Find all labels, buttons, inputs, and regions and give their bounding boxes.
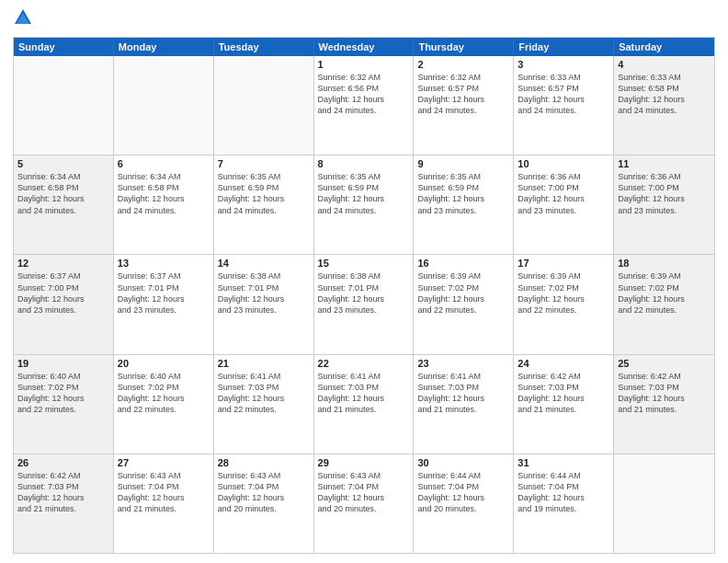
day-info: Sunrise: 6:41 AM Sunset: 7:03 PM Dayligh… xyxy=(318,371,410,416)
weekday-header: Monday xyxy=(114,38,214,56)
day-number: 23 xyxy=(417,358,509,369)
day-info: Sunrise: 6:41 AM Sunset: 7:03 PM Dayligh… xyxy=(417,371,509,416)
weekday-header: Friday xyxy=(514,38,614,56)
day-number: 8 xyxy=(318,158,410,169)
day-number: 2 xyxy=(417,59,509,70)
day-info: Sunrise: 6:38 AM Sunset: 7:01 PM Dayligh… xyxy=(218,270,310,316)
day-number: 11 xyxy=(618,158,711,169)
calendar-row: 26Sunrise: 6:42 AM Sunset: 7:03 PM Dayli… xyxy=(14,454,714,553)
calendar-day: 3Sunrise: 6:33 AM Sunset: 6:57 PM Daylig… xyxy=(514,56,614,155)
weekday-header: Sunday xyxy=(14,38,114,56)
calendar-row: 12Sunrise: 6:37 AM Sunset: 7:00 PM Dayli… xyxy=(14,254,714,353)
calendar-day: 17Sunrise: 6:39 AM Sunset: 7:02 PM Dayli… xyxy=(514,255,614,353)
calendar-day: 16Sunrise: 6:39 AM Sunset: 7:02 PM Dayli… xyxy=(414,255,514,353)
weekday-header: Tuesday xyxy=(214,38,314,56)
day-number: 26 xyxy=(17,457,109,468)
day-number: 13 xyxy=(118,258,210,269)
day-info: Sunrise: 6:37 AM Sunset: 7:00 PM Dayligh… xyxy=(17,270,109,316)
day-number: 3 xyxy=(518,59,609,70)
day-number: 18 xyxy=(618,258,711,269)
calendar-day: 15Sunrise: 6:38 AM Sunset: 7:01 PM Dayli… xyxy=(314,255,415,353)
day-number: 7 xyxy=(218,158,310,169)
day-info: Sunrise: 6:35 AM Sunset: 6:59 PM Dayligh… xyxy=(417,171,509,216)
calendar-day: 19Sunrise: 6:40 AM Sunset: 7:02 PM Dayli… xyxy=(14,355,114,454)
calendar-day: 8Sunrise: 6:35 AM Sunset: 6:59 PM Daylig… xyxy=(314,155,415,254)
calendar-day: 27Sunrise: 6:43 AM Sunset: 7:04 PM Dayli… xyxy=(114,454,214,553)
calendar-empty xyxy=(614,454,714,553)
day-info: Sunrise: 6:41 AM Sunset: 7:03 PM Dayligh… xyxy=(218,371,310,416)
day-number: 4 xyxy=(618,59,711,70)
day-number: 17 xyxy=(518,258,609,269)
day-number: 15 xyxy=(318,258,410,269)
day-info: Sunrise: 6:33 AM Sunset: 6:58 PM Dayligh… xyxy=(618,72,711,117)
weekday-header: Thursday xyxy=(414,38,514,56)
calendar-day: 7Sunrise: 6:35 AM Sunset: 6:59 PM Daylig… xyxy=(214,155,314,254)
calendar-day: 28Sunrise: 6:43 AM Sunset: 7:04 PM Dayli… xyxy=(214,454,314,553)
calendar-day: 26Sunrise: 6:42 AM Sunset: 7:03 PM Dayli… xyxy=(14,454,114,553)
calendar-day: 12Sunrise: 6:37 AM Sunset: 7:00 PM Dayli… xyxy=(14,255,114,353)
calendar-day: 24Sunrise: 6:42 AM Sunset: 7:03 PM Dayli… xyxy=(514,355,614,454)
logo-icon xyxy=(13,7,33,28)
calendar-day: 6Sunrise: 6:34 AM Sunset: 6:58 PM Daylig… xyxy=(114,155,214,254)
day-info: Sunrise: 6:39 AM Sunset: 7:02 PM Dayligh… xyxy=(618,270,711,316)
day-info: Sunrise: 6:42 AM Sunset: 7:03 PM Dayligh… xyxy=(618,371,711,416)
calendar-day: 30Sunrise: 6:44 AM Sunset: 7:04 PM Dayli… xyxy=(414,454,514,553)
day-number: 19 xyxy=(17,358,109,369)
day-info: Sunrise: 6:37 AM Sunset: 7:01 PM Dayligh… xyxy=(118,270,210,316)
calendar-day: 4Sunrise: 6:33 AM Sunset: 6:58 PM Daylig… xyxy=(614,56,714,155)
day-number: 21 xyxy=(218,358,310,369)
calendar-day: 1Sunrise: 6:32 AM Sunset: 6:56 PM Daylig… xyxy=(314,56,415,155)
calendar-day: 25Sunrise: 6:42 AM Sunset: 7:03 PM Dayli… xyxy=(614,355,714,454)
day-info: Sunrise: 6:44 AM Sunset: 7:04 PM Dayligh… xyxy=(518,470,609,515)
day-number: 12 xyxy=(17,258,109,269)
day-number: 24 xyxy=(518,358,609,369)
day-info: Sunrise: 6:38 AM Sunset: 7:01 PM Dayligh… xyxy=(318,270,410,316)
day-info: Sunrise: 6:36 AM Sunset: 7:00 PM Dayligh… xyxy=(518,171,609,216)
day-info: Sunrise: 6:39 AM Sunset: 7:02 PM Dayligh… xyxy=(417,270,509,316)
day-number: 5 xyxy=(17,158,109,169)
calendar-day: 29Sunrise: 6:43 AM Sunset: 7:04 PM Dayli… xyxy=(314,454,415,553)
calendar-row: 5Sunrise: 6:34 AM Sunset: 6:58 PM Daylig… xyxy=(14,155,714,254)
calendar-day: 10Sunrise: 6:36 AM Sunset: 7:00 PM Dayli… xyxy=(514,155,614,254)
day-info: Sunrise: 6:32 AM Sunset: 6:57 PM Dayligh… xyxy=(417,72,509,117)
calendar-row: 1Sunrise: 6:32 AM Sunset: 6:56 PM Daylig… xyxy=(14,56,714,155)
day-number: 30 xyxy=(417,457,509,468)
day-info: Sunrise: 6:43 AM Sunset: 7:04 PM Dayligh… xyxy=(218,470,310,515)
calendar-day: 23Sunrise: 6:41 AM Sunset: 7:03 PM Dayli… xyxy=(414,355,514,454)
day-info: Sunrise: 6:34 AM Sunset: 6:58 PM Dayligh… xyxy=(17,171,109,216)
day-info: Sunrise: 6:32 AM Sunset: 6:56 PM Dayligh… xyxy=(318,72,410,117)
calendar-day: 18Sunrise: 6:39 AM Sunset: 7:02 PM Dayli… xyxy=(614,255,714,353)
day-number: 31 xyxy=(518,457,609,468)
day-number: 14 xyxy=(218,258,310,269)
day-number: 10 xyxy=(518,158,609,169)
header xyxy=(13,9,715,29)
day-number: 1 xyxy=(318,59,410,70)
day-number: 9 xyxy=(417,158,509,169)
day-info: Sunrise: 6:35 AM Sunset: 6:59 PM Dayligh… xyxy=(318,171,410,216)
calendar-day: 14Sunrise: 6:38 AM Sunset: 7:01 PM Dayli… xyxy=(214,255,314,353)
logo xyxy=(13,9,37,29)
day-number: 25 xyxy=(618,358,711,369)
calendar-day: 31Sunrise: 6:44 AM Sunset: 7:04 PM Dayli… xyxy=(514,454,614,553)
day-info: Sunrise: 6:44 AM Sunset: 7:04 PM Dayligh… xyxy=(417,470,509,515)
day-number: 16 xyxy=(417,258,509,269)
day-number: 22 xyxy=(318,358,410,369)
day-info: Sunrise: 6:40 AM Sunset: 7:02 PM Dayligh… xyxy=(17,371,109,416)
calendar-day: 9Sunrise: 6:35 AM Sunset: 6:59 PM Daylig… xyxy=(414,155,514,254)
calendar-day: 22Sunrise: 6:41 AM Sunset: 7:03 PM Dayli… xyxy=(314,355,415,454)
calendar-header: SundayMondayTuesdayWednesdayThursdayFrid… xyxy=(14,38,714,56)
weekday-header: Wednesday xyxy=(314,38,415,56)
weekday-header: Saturday xyxy=(614,38,714,56)
day-info: Sunrise: 6:40 AM Sunset: 7:02 PM Dayligh… xyxy=(118,371,210,416)
day-info: Sunrise: 6:36 AM Sunset: 7:00 PM Dayligh… xyxy=(618,171,711,216)
calendar: SundayMondayTuesdayWednesdayThursdayFrid… xyxy=(13,37,715,554)
calendar-day: 5Sunrise: 6:34 AM Sunset: 6:58 PM Daylig… xyxy=(14,155,114,254)
day-info: Sunrise: 6:34 AM Sunset: 6:58 PM Dayligh… xyxy=(118,171,210,216)
day-info: Sunrise: 6:33 AM Sunset: 6:57 PM Dayligh… xyxy=(518,72,609,117)
day-info: Sunrise: 6:42 AM Sunset: 7:03 PM Dayligh… xyxy=(518,371,609,416)
calendar-day: 11Sunrise: 6:36 AM Sunset: 7:00 PM Dayli… xyxy=(614,155,714,254)
calendar-day: 21Sunrise: 6:41 AM Sunset: 7:03 PM Dayli… xyxy=(214,355,314,454)
day-number: 29 xyxy=(318,457,410,468)
calendar-body: 1Sunrise: 6:32 AM Sunset: 6:56 PM Daylig… xyxy=(14,56,714,553)
day-info: Sunrise: 6:43 AM Sunset: 7:04 PM Dayligh… xyxy=(318,470,410,515)
